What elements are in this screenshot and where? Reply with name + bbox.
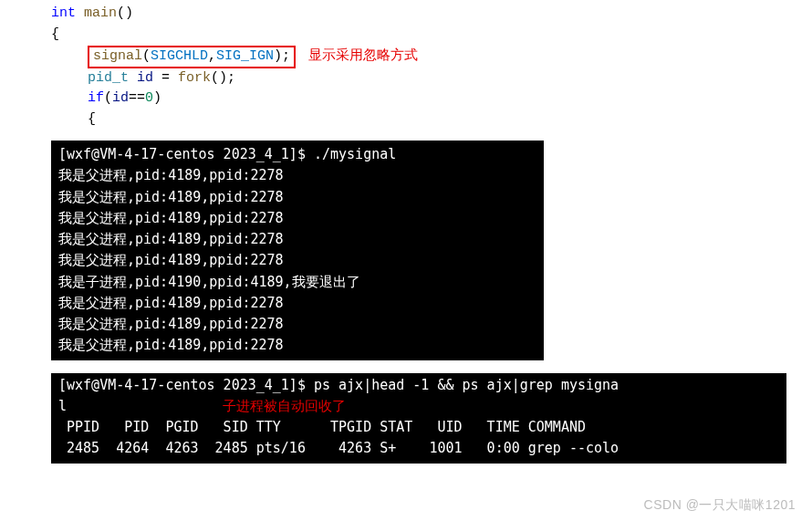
terminal-line: 我是父进程,pid:4189,ppid:2278 [58,250,536,271]
terminal-line: 我是父进程,pid:4189,ppid:2278 [58,208,536,229]
terminal-line: 我是父进程,pid:4189,ppid:2278 [58,293,536,314]
keyword-int: int [51,5,76,21]
code-block: int main() { signal(SIGCHLD,SIG_IGN);显示采… [0,0,812,137]
const-sigign: SIG_IGN [216,48,274,64]
terminal-output-2: [wxf@VM-4-17-centos 2023_4_1]$ ps ajx|he… [51,373,786,464]
function-signal: signal [93,48,142,64]
terminal-prompt: [wxf@VM-4-17-centos 2023_4_1]$ ps ajx|he… [58,375,779,396]
watermark: CSDN @一只大喵咪1201 [644,497,796,514]
highlight-box: signal(SIGCHLD,SIG_IGN); [88,46,296,68]
paren-close: ) [153,90,161,106]
code-line-4: pid_t id = fork(); [51,68,812,89]
code-line-5: if(id==0) [51,89,812,109]
annotation-auto-reclaim: 子进程被自动回收了 [223,395,346,416]
paren-open: ( [104,90,112,106]
paren-close: ); [274,48,290,64]
brace-open: { [51,26,59,42]
function-fork: fork [178,70,211,86]
keyword-if: if [88,90,104,106]
ps-header: PPID PID PGID SID TTY TPGID STAT UID TIM… [58,417,779,438]
terminal-line: 我是父进程,pid:4189,ppid:2278 [58,314,536,335]
equals: = [153,70,178,86]
space [129,70,137,86]
number-zero: 0 [145,90,153,106]
terminal-line: 我是父进程,pid:4189,ppid:2278 [58,187,536,208]
terminal-prompt: [wxf@VM-4-17-centos 2023_4_1]$ ./mysigna… [58,144,536,165]
var-id: id [112,90,129,106]
terminal-line: 我是父进程,pid:4189,ppid:2278 [58,335,536,356]
terminal-line: 我是父进程,pid:4189,ppid:2278 [58,229,536,250]
parens: () [117,5,133,21]
terminal-wrap: l [58,396,779,417]
terminal-line: 我是父进程,pid:4189,ppid:2278 [58,165,536,186]
const-sigchld: SIGCHLD [151,48,208,64]
eqeq: == [129,90,145,106]
type-pid-t: pid_t [88,70,129,86]
annotation-ignore-mode: 显示采用忽略方式 [308,47,418,62]
rest: (); [211,70,235,86]
var-id: id [137,70,153,86]
code-line-6: { [51,109,812,130]
code-line-3: signal(SIGCHLD,SIG_IGN);显示采用忽略方式 [51,45,812,68]
function-main: main [76,5,117,21]
code-line-2: { [51,25,812,46]
terminal-output-1: [wxf@VM-4-17-centos 2023_4_1]$ ./mysigna… [51,141,544,360]
code-line-1: int main() [51,4,812,25]
paren-open: ( [142,48,151,64]
comma: , [208,48,216,64]
terminal-line: 我是子进程,pid:4190,ppid:4189,我要退出了 [58,272,536,293]
ps-row: 2485 4264 4263 2485 pts/16 4263 S+ 1001 … [58,438,779,459]
brace-open-inner: { [88,111,96,127]
